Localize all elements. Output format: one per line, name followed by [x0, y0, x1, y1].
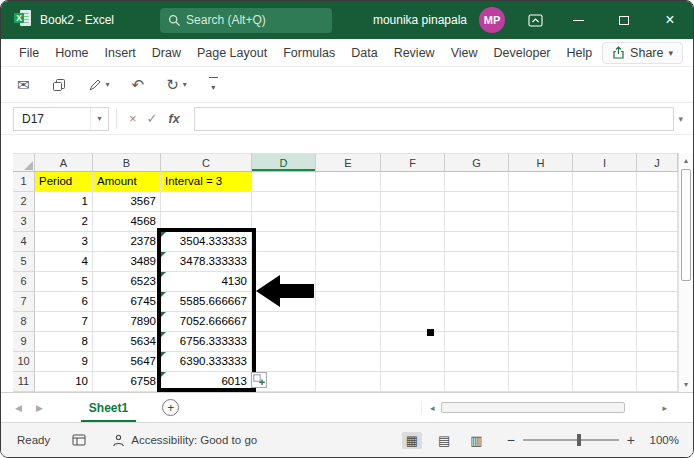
cell-I11[interactable] — [573, 372, 637, 392]
cell-G4[interactable] — [445, 232, 509, 252]
cell-A7[interactable]: 6 — [35, 292, 93, 312]
cell-J9[interactable] — [637, 332, 678, 352]
cell-I9[interactable] — [573, 332, 637, 352]
cell-A4[interactable]: 3 — [35, 232, 93, 252]
cell-J8[interactable] — [637, 312, 678, 332]
cell-H4[interactable] — [509, 232, 573, 252]
auto-fill-options-button[interactable] — [251, 372, 267, 388]
cell-E6[interactable] — [316, 272, 381, 292]
tab-data[interactable]: Data — [343, 46, 385, 60]
insert-function-button[interactable]: fx — [163, 112, 186, 126]
cell-F6[interactable] — [381, 272, 445, 292]
tab-home[interactable]: Home — [47, 46, 96, 60]
maximize-button[interactable] — [601, 1, 647, 39]
cell-H1[interactable] — [509, 172, 573, 192]
cell-C6[interactable]: 4130 — [161, 272, 252, 292]
cell-A6[interactable]: 5 — [35, 272, 93, 292]
column-header-G[interactable]: G — [445, 153, 509, 172]
row-header-7[interactable]: 7 — [13, 292, 35, 312]
row-header-8[interactable]: 8 — [13, 312, 35, 332]
cell-D10[interactable] — [252, 352, 316, 372]
cell-F7[interactable] — [381, 292, 445, 312]
cell-I7[interactable] — [573, 292, 637, 312]
zoom-slider[interactable] — [523, 434, 619, 446]
cell-H8[interactable] — [509, 312, 573, 332]
cell-I3[interactable] — [573, 212, 637, 232]
column-header-B[interactable]: B — [93, 153, 161, 172]
cell-G1[interactable] — [445, 172, 509, 192]
cell-I1[interactable] — [573, 172, 637, 192]
scroll-right-button[interactable]: ▸ — [658, 403, 671, 413]
cell-H2[interactable] — [509, 192, 573, 212]
macro-record-button[interactable] — [72, 434, 86, 446]
column-header-J[interactable]: J — [637, 153, 678, 172]
horizontal-scroll-track[interactable] — [439, 401, 659, 414]
column-header-I[interactable]: I — [573, 153, 637, 172]
tab-draw[interactable]: Draw — [144, 46, 189, 60]
tab-help[interactable]: Help — [559, 46, 601, 60]
scroll-down-button[interactable]: ▾ — [679, 377, 693, 392]
cell-E7[interactable] — [316, 292, 381, 312]
cell-B5[interactable]: 3489 — [93, 252, 161, 272]
column-header-F[interactable]: F — [381, 153, 445, 172]
cell-I2[interactable] — [573, 192, 637, 212]
select-all-button[interactable] — [13, 153, 35, 172]
cell-J4[interactable] — [637, 232, 678, 252]
cell-F4[interactable] — [381, 232, 445, 252]
row-header-11[interactable]: 11 — [13, 372, 35, 392]
cell-F8[interactable] — [381, 312, 445, 332]
cell-C4[interactable]: 3504.333333 — [161, 232, 252, 252]
cell-E10[interactable] — [316, 352, 381, 372]
column-header-E[interactable]: E — [316, 153, 381, 172]
cell-I6[interactable] — [573, 272, 637, 292]
cell-F1[interactable] — [381, 172, 445, 192]
cell-G8[interactable] — [445, 312, 509, 332]
cell-F11[interactable] — [381, 372, 445, 392]
cell-E3[interactable] — [316, 212, 381, 232]
column-header-D[interactable]: D — [252, 153, 316, 172]
cell-C8[interactable]: 7052.666667 — [161, 312, 252, 332]
cell-F10[interactable] — [381, 352, 445, 372]
cell-B1[interactable]: Amount — [93, 172, 161, 192]
vertical-scroll-thumb[interactable] — [681, 169, 691, 281]
format-painter-button[interactable]: ▾ — [88, 78, 110, 92]
column-header-H[interactable]: H — [509, 153, 573, 172]
cell-D9[interactable] — [252, 332, 316, 352]
cell-I5[interactable] — [573, 252, 637, 272]
cell-D2[interactable] — [252, 192, 316, 212]
sheet-nav-left-button[interactable]: ◀ — [15, 403, 22, 413]
row-header-10[interactable]: 10 — [13, 352, 35, 372]
cell-J10[interactable] — [637, 352, 678, 372]
cell-E1[interactable] — [316, 172, 381, 192]
zoom-slider-thumb[interactable] — [577, 434, 581, 446]
customize-quick-access-button[interactable]: ▾ — [209, 77, 218, 93]
account-name[interactable]: mounika pinapala — [373, 13, 467, 27]
cell-J7[interactable] — [637, 292, 678, 312]
cell-I10[interactable] — [573, 352, 637, 372]
cell-H10[interactable] — [509, 352, 573, 372]
cancel-button[interactable]: × — [124, 111, 142, 126]
copy-button[interactable] — [52, 78, 66, 92]
cell-D3[interactable] — [252, 212, 316, 232]
row-header-6[interactable]: 6 — [13, 272, 35, 292]
cell-B2[interactable]: 3567 — [93, 192, 161, 212]
avatar[interactable]: MP — [479, 7, 505, 33]
cell-J1[interactable] — [637, 172, 678, 192]
name-box[interactable]: D17 ▾ — [13, 107, 109, 131]
view-normal-button[interactable]: ▦ — [402, 432, 422, 449]
cell-F3[interactable] — [381, 212, 445, 232]
cell-A11[interactable]: 10 — [35, 372, 93, 392]
cell-E2[interactable] — [316, 192, 381, 212]
cell-H11[interactable] — [509, 372, 573, 392]
cell-G11[interactable] — [445, 372, 509, 392]
cell-D4[interactable] — [252, 232, 316, 252]
cell-B4[interactable]: 2378 — [93, 232, 161, 252]
cell-C9[interactable]: 6756.333333 — [161, 332, 252, 352]
tab-review[interactable]: Review — [386, 46, 443, 60]
vertical-scrollbar[interactable]: ▴ ▾ — [678, 153, 693, 392]
cell-H6[interactable] — [509, 272, 573, 292]
scroll-left-button[interactable]: ◂ — [426, 403, 439, 413]
view-page-layout-button[interactable]: ▤ — [434, 432, 454, 449]
cell-J11[interactable] — [637, 372, 678, 392]
zoom-out-button[interactable]: − — [507, 432, 515, 448]
